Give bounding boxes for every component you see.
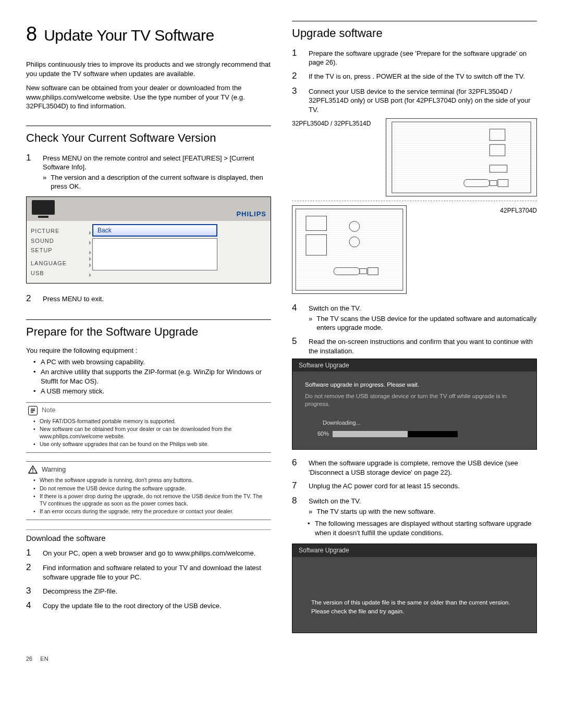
warning-box: Warning When the software upgrade is run…	[26, 461, 271, 520]
download-s4: Copy the update ﬁle to the root director…	[43, 600, 271, 612]
svg-rect-17	[360, 269, 367, 274]
svg-rect-11	[296, 209, 403, 290]
chapter-title: Update Your TV Software	[44, 25, 214, 46]
upgrade-s8: Switch on the TV.	[309, 497, 361, 505]
upgrade-s4-sub: The TV scans the USB device for the upda…	[316, 314, 537, 332]
upgrade-s6: When the software upgrade is complete, r…	[309, 457, 537, 477]
upgrade-s5: Read the on-screen instructions and conﬁ…	[309, 336, 537, 355]
note-box: Note Only FAT/DOS-formatted portable mem…	[26, 402, 271, 453]
upgrade-s7: Unplug the AC power cord for at least 15…	[309, 480, 537, 492]
upgrade-after-note: The following messages are displayed wit…	[308, 519, 537, 537]
philips-brand: PHILIPS	[236, 209, 266, 221]
menu-item-picture: PICTURE	[31, 226, 88, 236]
osd1-pct: 60%	[305, 430, 329, 438]
osd-error-dialog: Software Upgrade The version of this upd…	[292, 544, 537, 633]
warn-4: If an error occurs during the upgrade, r…	[33, 508, 269, 515]
chapter-number: 8	[26, 21, 36, 47]
warning-label: Warning	[42, 465, 66, 474]
svg-point-15	[349, 237, 360, 248]
prepare-b1: A PC with web browsing capability.	[33, 357, 271, 367]
tv-side-diagram-2	[292, 205, 407, 294]
osd1-downloading: Downloading...	[323, 419, 524, 427]
intro-p2: New software can be obtained from your d…	[26, 83, 271, 111]
heading-download: Download the software	[26, 529, 271, 544]
svg-rect-9	[489, 181, 497, 186]
note-2: New software can be obtained from your d…	[33, 425, 269, 440]
menu-item-usb: USB	[31, 268, 88, 278]
svg-rect-6	[489, 145, 505, 156]
osd1-line1: Software upgrade in progress. Please wai…	[305, 381, 524, 389]
progress-bar	[333, 431, 458, 437]
menu-item-language: LANGUAGE	[31, 258, 88, 268]
prepare-lead: You require the following equipment :	[26, 346, 271, 355]
tv-menu-screenshot: PHILIPS PICTURE SOUND SETUP LANGUAGE USB…	[26, 196, 271, 283]
osd2-line2: Please check the file and try again.	[311, 608, 518, 616]
svg-rect-4	[392, 122, 531, 193]
download-s1: On your PC, open a web browser and go to…	[43, 547, 271, 559]
panel1-label: 32PFL3504D / 32PFL3514D	[292, 118, 371, 128]
tv-side-diagram-1	[386, 118, 537, 196]
panel2-label: 42PFL3704D	[500, 205, 537, 215]
menu-content-box	[92, 238, 217, 270]
svg-point-3	[32, 472, 33, 473]
menu-back-button: Back	[92, 224, 217, 237]
upgrade-s4: Switch on the TV.	[309, 304, 361, 312]
page-number: 26	[26, 655, 32, 663]
page-lang: EN	[40, 656, 48, 662]
svg-rect-12	[306, 216, 327, 231]
menu-item-setup: SETUP	[31, 245, 88, 255]
svg-rect-8	[464, 180, 489, 187]
osd1-title: Software Upgrade	[292, 359, 536, 372]
svg-rect-18	[368, 268, 378, 275]
upgrade-s1: Prepare the software upgrade (see 'Prepa…	[309, 47, 537, 67]
osd2-line1: The version of this update file is the s…	[311, 599, 518, 607]
svg-rect-10	[498, 180, 508, 187]
check-step1: Press MENU on the remote control and sel…	[43, 154, 254, 171]
intro-p1: Philips continuously tries to improve it…	[26, 60, 271, 78]
heading-check-version: Check Your Current Software Version	[26, 130, 271, 146]
heading-upgrade: Upgrade software	[292, 26, 537, 41]
warn-3: If there is a power drop during the upgr…	[33, 492, 269, 507]
upgrade-s8-sub: The TV starts up with the new software.	[316, 507, 435, 516]
check-step1-sub: The version and a description of the cur…	[51, 173, 271, 191]
svg-rect-13	[306, 235, 327, 256]
menu-item-sound: SOUND	[31, 236, 88, 246]
note-icon	[28, 406, 38, 415]
warning-icon	[28, 465, 38, 474]
upgrade-s2: If the TV is on, press . POWER at the si…	[309, 70, 537, 82]
note-label: Note	[42, 406, 55, 415]
upgrade-s3: Connect your USB device to the service t…	[309, 85, 537, 115]
warn-1: When the software upgrade is running, do…	[33, 476, 269, 484]
prepare-b3: A USB memory stick.	[33, 387, 271, 396]
svg-rect-16	[334, 268, 359, 275]
download-s2: Find information and software related to…	[43, 562, 271, 582]
svg-rect-0	[32, 200, 55, 215]
heading-prepare: Prepare for the Software Upgrade	[26, 324, 271, 340]
note-1: Only FAT/DOS-formatted portable memory i…	[33, 417, 269, 425]
svg-rect-1	[38, 216, 48, 218]
svg-rect-7	[489, 165, 507, 172]
check-step2: Press MENU to exit.	[43, 295, 104, 303]
prepare-b2: An archive utility that supports the ZIP…	[33, 367, 271, 386]
note-3: Use only software upgrades that can be f…	[33, 440, 269, 448]
svg-point-14	[349, 221, 360, 232]
warn-2: Do not remove the USB device during the …	[33, 485, 269, 492]
osd-progress-dialog: Software Upgrade Software upgrade in pro…	[292, 359, 537, 450]
osd1-line2: Do not remove the USB storage device or …	[305, 392, 524, 409]
osd2-title: Software Upgrade	[292, 544, 536, 557]
download-s3: Decompress the ZIP-ﬁle.	[43, 585, 271, 597]
svg-rect-5	[489, 129, 505, 141]
